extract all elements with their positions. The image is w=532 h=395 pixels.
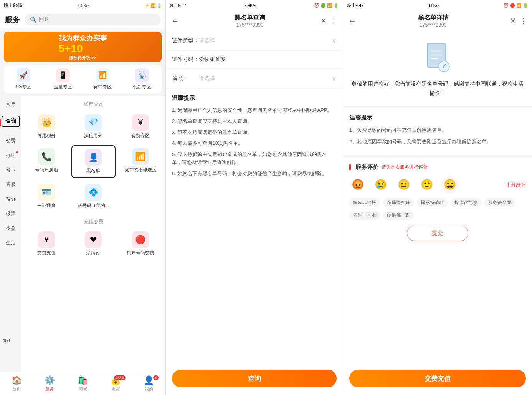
grid-item-wo-credit[interactable]: 💎 沃信用分 (71, 111, 115, 142)
shop-icon: 🛍️ (78, 375, 88, 385)
search-placeholder: 回购 (39, 16, 50, 23)
p2-tip-2: 2. 黑名单查询仅支持机主本人查询。 (172, 118, 337, 126)
p2-phone: 175****3399 (235, 22, 265, 28)
services-header: 服务 🔍 回购 (0, 11, 165, 28)
blacklist-icon: 👤 (85, 149, 102, 166)
p2-more-icon[interactable]: ⋮ (330, 17, 337, 25)
bottom-nav-service[interactable]: ⚙️ 服务 (33, 375, 66, 392)
grid-item-tariff[interactable]: ¥ 资费专区 (119, 111, 162, 142)
id-check-label: 一证通查 (37, 202, 56, 209)
zone-label-broadband: 宽带专区 (93, 84, 112, 90)
nav-item-common[interactable]: 常用 (0, 97, 21, 112)
p3-network: 3.8K/s (428, 3, 439, 8)
banner[interactable]: 我为群众办实事 5+10 服务再升级 >> (4, 32, 162, 62)
nav-item-handle[interactable]: 办理 (0, 148, 21, 163)
form-row-province[interactable]: 省 份： 请选择 ∨ (166, 69, 343, 88)
nav-item-simcard[interactable]: 号卡 (0, 163, 21, 177)
service-nav-icon: ⚙️ (45, 375, 55, 385)
handle-dot (16, 151, 18, 153)
grid-item-blacklist[interactable]: 👤 黑名单 (71, 145, 115, 178)
zone-icon-innovation: 📡 (135, 68, 149, 82)
nav-item-rights[interactable]: 权益 (0, 221, 21, 236)
zone-tab-5g[interactable]: 🚀 5G专区 (4, 68, 43, 90)
grid-item-wo-number[interactable]: 💠 沃号码（我的... (71, 181, 115, 212)
nav-item-fault[interactable]: 报障 (0, 206, 21, 221)
p3-close-icon[interactable]: ✕ (510, 17, 516, 25)
p3-back-button[interactable]: ← (349, 17, 356, 25)
section-title-common: 通用查询 (25, 99, 162, 111)
search-icon: 🔍 (30, 17, 36, 23)
bottom-nav-shop[interactable]: 🛍️ 商城 (66, 375, 99, 392)
recharge-button[interactable]: 交费充值 (349, 370, 526, 387)
form-row-cert-type[interactable]: 证件类型： 请选择 ∨ (166, 31, 343, 51)
grid-item-points[interactable]: 👑 可用积分 (25, 111, 68, 142)
bottom-nav-mine[interactable]: 👤 我的 6 (132, 375, 165, 392)
query-button[interactable]: 查询 (172, 370, 337, 387)
zone-tab-flow[interactable]: 📱 流量专区 (43, 68, 83, 90)
content-area: 通用查询 👑 可用积分 💎 沃信用分 ¥ 资费专区 📞 号码归属地 (21, 96, 165, 372)
nav-item-complaint[interactable]: 投诉 (0, 192, 21, 206)
mine-icon: 👤 (144, 375, 154, 385)
emoji-sad[interactable]: 😢 (372, 176, 389, 193)
emoji-excellent[interactable]: 😄 (441, 176, 458, 193)
submit-rating-button[interactable]: 提交 (407, 226, 468, 241)
bottom-nav-service-label: 服务 (45, 386, 54, 392)
rating-header: 服务评价 请为本次服务进行评价 (349, 164, 526, 171)
grid-item-recharge[interactable]: ¥ 交费充值 (25, 228, 68, 259)
battery-icon: 🔋 (157, 3, 162, 8)
search-bar[interactable]: 🔍 回购 (25, 14, 161, 25)
p2-close-icon[interactable]: ✕ (321, 17, 327, 25)
family-pay-label: 亲情付 (86, 250, 100, 256)
p2-tip-4: 4. 每天最多可查询10次黑名单。 (172, 139, 337, 148)
p3-more-icon[interactable]: ⋮ (520, 17, 527, 25)
grid-item-family-pay[interactable]: ❤ 亲情付 (71, 228, 115, 259)
broadband-progress-label: 宽带装移修进度 (124, 167, 157, 173)
nav-item-query[interactable]: 查询 (0, 112, 21, 133)
zone-tab-broadband[interactable]: 📶 宽带专区 (83, 68, 122, 90)
zone-icon-flow: 📱 (56, 68, 70, 82)
tag-clear-tips[interactable]: 提示特清晰 (417, 198, 448, 207)
status-time-1: 晚上9:46 (4, 2, 22, 9)
form-row-cert-num[interactable]: 证件号码： 爱收集首发 (166, 51, 343, 69)
p2-title: 黑名单查询 (235, 14, 265, 22)
family-pay-icon: ❤ (85, 231, 102, 248)
nav-item-service[interactable]: 客服 (0, 177, 21, 192)
bottom-nav-home[interactable]: 🏠 首页 (0, 375, 33, 392)
p2-status-bar: 晚上9:47 7.9K/s ⏰ 🟢 📶 🔋 (166, 0, 343, 11)
points-label: 可用积分 (37, 133, 56, 139)
grid-item-id-check[interactable]: 🪪 一证通查 (25, 181, 68, 212)
services-title: 服务 (5, 15, 20, 25)
emoji-row: 😡 😢 😐 🙂 😄 十分好评 (349, 176, 526, 193)
emoji-neutral[interactable]: 😐 (395, 176, 412, 193)
zone-tab-innovation[interactable]: 📡 创新专区 (122, 68, 162, 90)
no-blacklist-section: ✓ 尊敬的用户您好，您当前没有黑名单号码，感谢支持中国联通，祝您生活愉快！ (343, 31, 532, 108)
tag-friendly-layout[interactable]: 布局很友好 (383, 198, 414, 207)
grid-item-number-location[interactable]: 📞 号码归属地 (25, 145, 68, 178)
grid-item-cancel-recharge[interactable]: 🔴 销户号码交费 (119, 228, 162, 259)
bottom-nav-wealth[interactable]: 💰 财富 送话费 (99, 375, 132, 392)
bottom-nav: 🏠 首页 ⚙️ 服务 🛍️ 商城 💰 财富 送话费 👤 我的 6 (0, 372, 165, 395)
tri-label: tRi (3, 337, 10, 343)
recharge-icon: ¥ (38, 231, 55, 248)
tag-fast-response[interactable]: 响应非常快 (349, 198, 380, 207)
rating-bar-icon (349, 164, 351, 170)
tag-full-service[interactable]: 服务很全面 (484, 198, 515, 207)
banner-content: 我为群众办实事 5+10 服务再升级 >> (59, 33, 107, 61)
document-icon: ✓ (424, 43, 451, 73)
rating-label: 十分好评 (506, 181, 526, 188)
emoji-happy[interactable]: 🙂 (418, 176, 435, 193)
p3-header-icons: ✕ ⋮ (510, 17, 527, 25)
tag-accurate-query[interactable]: 查询非常准 (349, 211, 380, 220)
cancel-recharge-icon: 🔴 (132, 231, 149, 248)
emoji-angry[interactable]: 😡 (349, 176, 366, 193)
tag-row: 响应非常快 布局很友好 提示特清晰 操作很简便 服务很全面 查询非常准 结果都一… (349, 198, 526, 220)
nav-item-payment[interactable]: 交费 (0, 133, 21, 148)
cert-type-label: 证件类型： (172, 37, 199, 44)
tag-consistent-results[interactable]: 结果都一致 (383, 211, 414, 220)
p2-header-center: 黑名单查询 175****3399 (235, 14, 265, 28)
p3-tip-2: 2、其他原因导致的号码，您需要去附近营业厅办理解除黑名单。 (349, 138, 526, 146)
grid-item-broadband-progress[interactable]: 📶 宽带装移修进度 (119, 145, 162, 178)
p2-back-button[interactable]: ← (171, 17, 179, 25)
tag-easy-operation[interactable]: 操作很简便 (451, 198, 481, 207)
nav-item-life[interactable]: 生活 (0, 236, 21, 250)
